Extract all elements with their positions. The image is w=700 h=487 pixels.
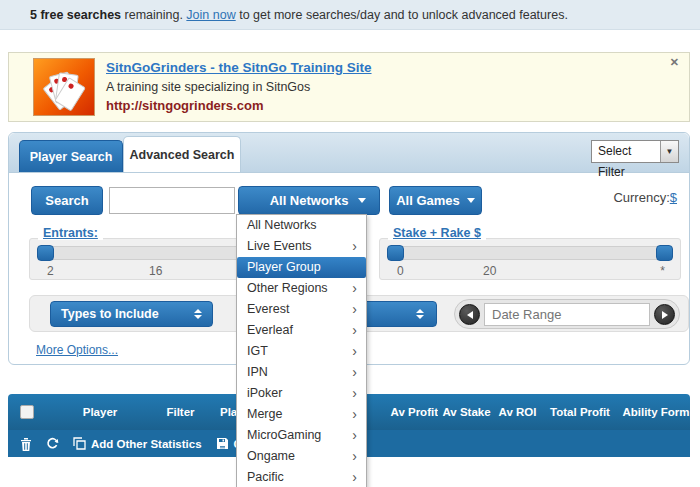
- entrants-tick-mid: 16: [149, 264, 162, 278]
- stake-slider-handle-max[interactable]: [656, 245, 673, 261]
- submenu-chevron-icon: ›: [352, 341, 357, 362]
- submenu-chevron-icon: ›: [352, 425, 357, 446]
- column-header-player[interactable]: Player: [42, 406, 158, 418]
- menu-item-everest[interactable]: Everest›: [237, 299, 366, 320]
- date-range-control: [454, 299, 680, 329]
- menu-item-all-networks[interactable]: All Networks: [237, 215, 366, 236]
- menu-item-ipn[interactable]: IPN›: [237, 362, 366, 383]
- entrants-tick-min: 2: [47, 264, 54, 278]
- ad-banner: ✕ SitnGoGrinders - the SitnGo Training S…: [8, 52, 690, 122]
- currency-dollar-link[interactable]: $: [670, 190, 677, 205]
- ad-url[interactable]: http://sitngogrinders.com: [106, 98, 372, 113]
- column-header-av-stake[interactable]: Av Stake: [438, 406, 495, 418]
- submenu-chevron-icon: ›: [352, 320, 357, 341]
- menu-item-everleaf[interactable]: Everleaf›: [237, 320, 366, 341]
- currency-selector: Currency:$: [613, 190, 677, 205]
- free-searches-count: 5 free searches: [30, 8, 121, 22]
- menu-item-live-events[interactable]: Live Events›: [237, 236, 366, 257]
- menu-item-other-regions[interactable]: Other Regions›: [237, 278, 366, 299]
- stake-slider-handle-min[interactable]: [387, 245, 404, 261]
- column-header-av-roi[interactable]: Av ROI: [495, 406, 540, 418]
- networks-dropdown-menu: All Networks Live Events› Player Group O…: [236, 214, 367, 487]
- stake-rake-label-link[interactable]: Stake + Rake $: [388, 226, 486, 240]
- stake-tick-min: 0: [397, 264, 404, 278]
- stake-tick-mid: 20: [483, 264, 496, 278]
- sharkscope-search-page: 5 free searches remaining. Join now to g…: [0, 0, 700, 487]
- ad-close-icon[interactable]: ✕: [670, 56, 679, 69]
- date-next-button[interactable]: [654, 304, 675, 325]
- delete-button[interactable]: [20, 437, 32, 451]
- copy-window-icon: [73, 437, 86, 450]
- column-header-filter[interactable]: Filter: [158, 406, 203, 418]
- submenu-chevron-icon: ›: [352, 362, 357, 383]
- ad-description: A training site specializing in SitnGos: [106, 80, 372, 94]
- join-now-link[interactable]: Join now: [186, 8, 235, 22]
- menu-item-microgaming[interactable]: MicroGaming›: [237, 425, 366, 446]
- submenu-chevron-icon: ›: [352, 467, 357, 487]
- submenu-chevron-icon: ›: [352, 299, 357, 320]
- date-range-input[interactable]: [484, 303, 650, 326]
- more-options-link[interactable]: More Options...: [36, 343, 118, 357]
- menu-item-ongame[interactable]: Ongame›: [237, 446, 366, 467]
- refresh-icon: [46, 437, 59, 450]
- column-header-total-profit[interactable]: Total Profit: [540, 406, 620, 418]
- stake-rake-filter: Stake + Rake $ 0 20 *: [379, 238, 681, 280]
- tab-player-search[interactable]: Player Search: [19, 140, 123, 172]
- column-header-ability[interactable]: Ability: [620, 406, 660, 418]
- submenu-chevron-icon: ›: [352, 404, 357, 425]
- submenu-chevron-icon: ›: [352, 446, 357, 467]
- entrants-slider-handle-min[interactable]: [37, 245, 54, 261]
- stake-tick-max: *: [660, 264, 665, 278]
- select-filter-label: Select Filter: [592, 141, 660, 162]
- chevron-down-icon: [467, 198, 475, 203]
- player-name-input[interactable]: [109, 187, 235, 214]
- menu-item-merge[interactable]: Merge›: [237, 404, 366, 425]
- column-header-form[interactable]: Form: [660, 406, 690, 418]
- trash-icon: [20, 437, 32, 451]
- select-all-checkbox[interactable]: [20, 405, 34, 419]
- date-prev-button[interactable]: [459, 304, 480, 325]
- submenu-chevron-icon: ›: [352, 278, 357, 299]
- ad-image: [33, 58, 95, 116]
- select-filter-dropdown[interactable]: Select Filter ▼: [591, 140, 679, 163]
- entrants-label-link[interactable]: Entrants:: [38, 226, 103, 240]
- updown-icon: [194, 309, 202, 319]
- all-networks-dropdown-button[interactable]: All Networks: [238, 186, 380, 215]
- submenu-chevron-icon: ›: [352, 383, 357, 404]
- arrow-right-icon: [662, 311, 668, 319]
- menu-item-pacific[interactable]: Pacific›: [237, 467, 366, 487]
- submenu-chevron-icon: ›: [352, 236, 357, 257]
- stake-slider-track[interactable]: [387, 246, 673, 260]
- menu-item-ipoker[interactable]: iPoker›: [237, 383, 366, 404]
- save-disk-icon: [216, 437, 229, 450]
- arrow-left-icon: [467, 311, 473, 319]
- menu-item-igt[interactable]: IGT›: [237, 341, 366, 362]
- menu-item-player-group[interactable]: Player Group: [237, 257, 366, 278]
- free-searches-bar: 5 free searches remaining. Join now to g…: [0, 0, 700, 30]
- select-filter-arrow-button[interactable]: ▼: [660, 141, 678, 162]
- all-games-dropdown-button[interactable]: All Games: [389, 186, 482, 215]
- add-other-statistics-button[interactable]: Add Other Statistics: [73, 437, 202, 450]
- chevron-down-icon: [358, 198, 366, 203]
- updown-icon: [416, 309, 424, 319]
- chevron-down-icon: ▼: [666, 147, 674, 156]
- tab-advanced-search[interactable]: Advanced Search: [123, 136, 241, 172]
- search-button[interactable]: Search: [31, 186, 103, 215]
- tab-strip: Player Search Advanced Search Select Fil…: [9, 133, 689, 173]
- ad-title-link[interactable]: SitnGoGrinders - the SitnGo Training Sit…: [106, 60, 372, 75]
- refresh-button[interactable]: [46, 437, 59, 450]
- types-to-include-dropdown-button[interactable]: Types to Include: [50, 301, 213, 327]
